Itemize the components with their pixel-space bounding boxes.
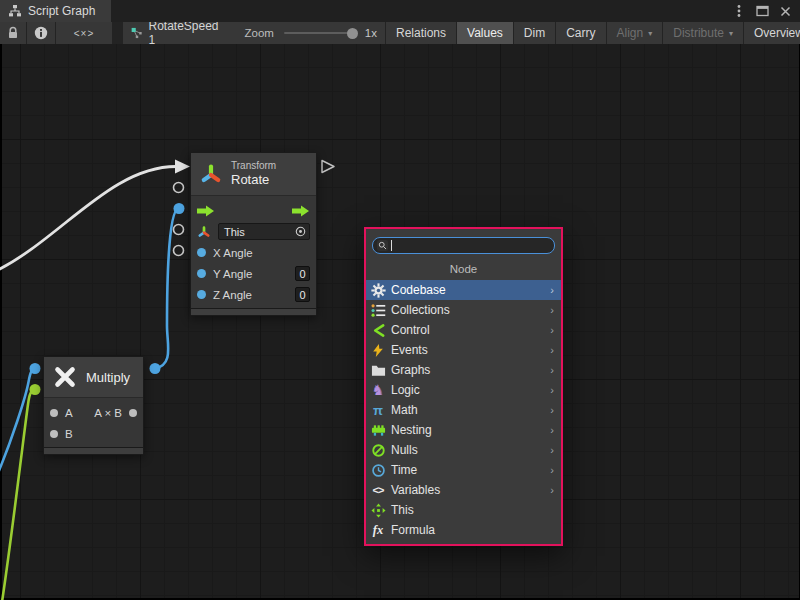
chess-knight-icon: ♞ [370, 382, 386, 398]
unconnected-port-circle-this[interactable] [174, 183, 184, 193]
graph-breadcrumb-icon [131, 26, 142, 40]
maximize-icon[interactable] [754, 3, 770, 19]
move-arrows-icon [370, 502, 386, 518]
finder-item-formula[interactable]: fx Formula [366, 520, 561, 540]
close-icon[interactable] [777, 3, 793, 19]
node-multiply[interactable]: Multiply A A × B B [43, 356, 144, 455]
finder-item-label: Graphs [391, 363, 430, 377]
gear-icon [370, 282, 386, 298]
flow-port-row [191, 200, 316, 221]
finder-item-variables[interactable]: <> Variables › [366, 480, 561, 500]
finder-list: Codebase › Collections › [366, 280, 561, 544]
finder-item-collections[interactable]: Collections › [366, 300, 561, 320]
port-dot-result[interactable] [129, 409, 137, 417]
graph-toolbar: <×> RotateSpeed 1 Zoom 1x Relations Valu… [0, 22, 800, 44]
wire-endpoint-dot[interactable] [150, 363, 161, 374]
finder-item-label: Nulls [391, 443, 418, 457]
finder-item-control[interactable]: Control › [366, 320, 561, 340]
graph-hierarchy-icon [8, 4, 22, 18]
lock-button[interactable] [0, 22, 26, 44]
finder-item-label: Collections [391, 303, 450, 317]
finder-item-time[interactable]: Time › [366, 460, 561, 480]
unconnected-port-circle-yangle[interactable] [174, 225, 184, 235]
toolbar-button-distribute[interactable]: Distribute ▾ [663, 22, 743, 44]
unity-script-graph-window: Script Graph [0, 0, 800, 600]
branch-icon [370, 322, 386, 338]
output-port-label: A × B [94, 407, 122, 419]
info-button[interactable] [27, 22, 55, 44]
flow-output-arrow-icon[interactable] [292, 205, 310, 217]
finder-item-graphs[interactable]: Graphs › [366, 360, 561, 380]
chevron-right-icon: › [550, 464, 554, 476]
code-view-button[interactable]: <×> [56, 22, 112, 44]
zoom-value: 1x [365, 27, 377, 39]
finder-item-this[interactable]: This [366, 500, 561, 520]
toolbar-button-dim[interactable]: Dim [514, 22, 555, 44]
finder-item-nulls[interactable]: Nulls › [366, 440, 561, 460]
toolbar-button-relations[interactable]: Relations [386, 22, 456, 44]
port-dot-a[interactable] [50, 409, 58, 417]
transform-axes-icon [199, 162, 223, 186]
chevron-right-icon: › [550, 384, 554, 396]
wire-endpoint-dot[interactable] [174, 203, 185, 214]
multiply-node-header[interactable]: Multiply [44, 357, 143, 398]
toolbar-button-values[interactable]: Values [457, 22, 513, 44]
input-port-row-zangle: Z Angle 0 [191, 284, 316, 305]
wire-endpoint-dot[interactable] [30, 384, 41, 395]
text-cursor [391, 240, 392, 251]
finder-item-label: Formula [391, 523, 435, 537]
finder-item-label: Variables [391, 483, 440, 497]
port-dot-yangle[interactable] [197, 269, 206, 278]
finder-item-label: Events [391, 343, 428, 357]
tab-script-graph[interactable]: Script Graph [0, 0, 111, 22]
this-object-field[interactable]: This [218, 223, 310, 240]
finder-item-label: Math [391, 403, 418, 417]
kebab-menu-icon[interactable] [731, 3, 747, 19]
toolbar-button-carry[interactable]: Carry [556, 22, 605, 44]
flow-input-arrow-icon[interactable] [197, 205, 215, 217]
value-input-yangle[interactable]: 0 [295, 266, 310, 281]
value-wire-into-a [0, 369, 36, 479]
chevron-right-icon: › [550, 444, 554, 456]
port-dot-xangle[interactable] [197, 248, 206, 257]
chevron-right-icon: › [550, 284, 554, 296]
finder-item-codebase[interactable]: Codebase › [366, 280, 561, 300]
finder-item-label: Codebase [391, 283, 446, 297]
chevron-right-icon: › [550, 424, 554, 436]
unconnected-flow-triangle[interactable] [322, 161, 334, 173]
unconnected-port-circle-zangle[interactable] [174, 246, 184, 256]
rotate-node-header[interactable]: Transform Rotate [191, 153, 316, 196]
node-transform-rotate[interactable]: Transform Rotate [190, 152, 317, 316]
input-port-row-yangle: Y Angle 0 [191, 263, 316, 284]
node-footer [191, 308, 316, 315]
search-input[interactable] [395, 240, 550, 252]
finder-item-math[interactable]: π Math › [366, 400, 561, 420]
port-dot-b[interactable] [50, 430, 58, 438]
value-input-zangle[interactable]: 0 [295, 287, 310, 302]
tab-title: Script Graph [28, 4, 95, 18]
code-view-glyph: <×> [74, 28, 95, 39]
object-picker-icon[interactable] [295, 226, 306, 237]
finder-item-events[interactable]: Events › [366, 340, 561, 360]
null-slash-icon [370, 442, 386, 458]
toolbar-button-overview[interactable]: Overview [744, 22, 800, 44]
wire-endpoint-dot[interactable] [30, 363, 41, 374]
chevron-right-icon: › [550, 344, 554, 356]
chevron-right-icon: › [550, 304, 554, 316]
breadcrumb-graph-name[interactable]: RotateSpeed 1 [148, 22, 218, 44]
breadcrumb-zoom-segment: RotateSpeed 1 Zoom 1x [123, 22, 385, 44]
toolbar-button-align[interactable]: Align ▾ [607, 22, 663, 44]
finder-item-label: Time [391, 463, 417, 477]
graph-canvas[interactable]: Transform Rotate [0, 44, 800, 600]
finder-item-label: Logic [391, 383, 420, 397]
finder-item-nesting[interactable]: Nesting › [366, 420, 561, 440]
execution-wire-arrowhead [175, 160, 190, 174]
port-label: Z Angle [213, 289, 252, 301]
port-label: X Angle [213, 247, 253, 259]
multiply-icon [53, 365, 77, 389]
chevron-right-icon: › [550, 484, 554, 496]
finder-search-box[interactable] [372, 237, 555, 254]
port-dot-zangle[interactable] [197, 290, 206, 299]
finder-item-logic[interactable]: ♞ Logic › [366, 380, 561, 400]
zoom-slider-handle[interactable] [347, 28, 358, 39]
